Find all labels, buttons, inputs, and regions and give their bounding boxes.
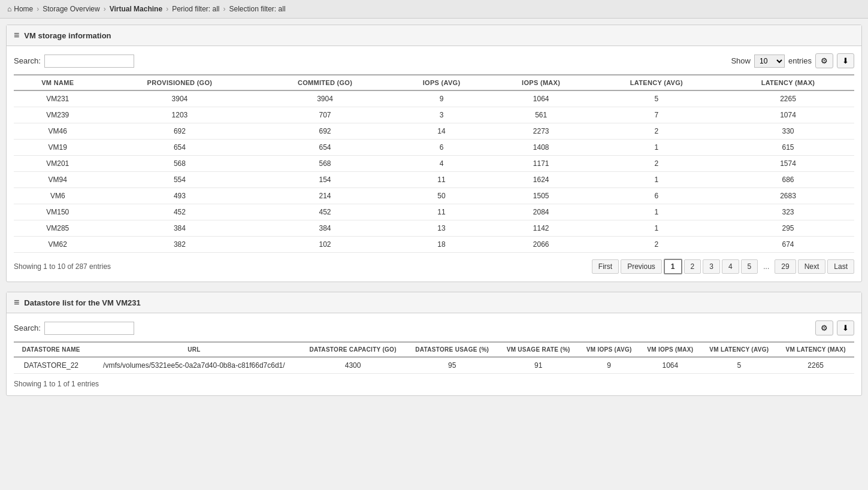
table-cell: 384 <box>102 220 258 237</box>
page-first-btn[interactable]: First <box>592 259 619 274</box>
table-cell: 1 <box>591 172 722 188</box>
table-cell: 330 <box>722 123 854 140</box>
table-cell: 50 <box>392 188 491 204</box>
vm-pagination-buttons: First Previous 1 2 3 4 5 ... 29 Next Las… <box>592 259 854 274</box>
vm-search-input[interactable] <box>44 55 134 68</box>
col-ds-capacity: DATASTORE CAPACITY (Go) <box>300 342 406 357</box>
col-ds-url: URL <box>89 342 300 357</box>
ds-search-group: Search: <box>14 322 134 335</box>
table-cell: 7 <box>591 107 722 123</box>
table-cell: 1 <box>591 220 722 237</box>
col-vm-latency-max: VM LATENCY (MAX) <box>777 342 854 357</box>
page-29-btn[interactable]: 29 <box>775 259 796 274</box>
datastore-panel: ≡ Datastore list for the VM VM231 Search… <box>6 292 862 396</box>
table-cell: 102 <box>258 237 392 253</box>
table-cell: VM201 <box>14 156 102 172</box>
table-cell: 568 <box>102 156 258 172</box>
page-2-btn[interactable]: 2 <box>684 259 701 274</box>
ds-search-input[interactable] <box>44 322 134 335</box>
table-cell: 91 <box>498 357 579 374</box>
table-row: VM649321450150562683 <box>14 188 854 204</box>
table-cell: 3904 <box>102 90 258 107</box>
table-cell: 382 <box>102 237 258 253</box>
table-cell: 14 <box>392 123 491 140</box>
table-cell: 1624 <box>491 172 591 188</box>
table-row: VM623821021820662674 <box>14 237 854 253</box>
table-cell: 3904 <box>258 90 392 107</box>
breadcrumb-item-selection[interactable]: Selection filter: all <box>229 5 286 13</box>
table-icon: ≡ <box>14 30 19 41</box>
vm-pagination: Showing 1 to 10 of 287 entries First Pre… <box>14 259 854 274</box>
vm-pagination-info: Showing 1 to 10 of 287 entries <box>14 262 111 271</box>
breadcrumb-item-period[interactable]: Period filter: all <box>172 5 219 13</box>
table-row: VM231390439049106452265 <box>14 90 854 107</box>
table-cell: 2265 <box>777 357 854 374</box>
vm-gear-button[interactable]: ⚙ <box>815 53 833 68</box>
ds-table-icon: ≡ <box>14 297 19 308</box>
breadcrumb-item-storage[interactable]: Storage Overview <box>43 5 99 13</box>
col-vm-usage-rate: VM USAGE RATE (%) <box>498 342 579 357</box>
page-4-btn[interactable]: 4 <box>722 259 739 274</box>
col-iops-max: IOPS (max) <box>491 75 591 90</box>
table-cell: VM94 <box>14 172 102 188</box>
table-cell: 11 <box>392 204 491 220</box>
vm-storage-panel: ≡ VM storage information Search: Show 10… <box>6 25 862 282</box>
table-cell: 5 <box>701 357 777 374</box>
table-cell: 384 <box>258 220 392 237</box>
ds-download-button[interactable]: ⬇ <box>837 320 854 335</box>
datastore-body: Search: ⚙ ⬇ DATASTORE NAME URL DATASTORE… <box>7 313 861 395</box>
page-next-btn[interactable]: Next <box>798 259 826 274</box>
table-cell: 1 <box>591 204 722 220</box>
col-ds-usage: DATASTORE USAGE (%) <box>406 342 498 357</box>
entries-suffix: entries <box>788 56 812 65</box>
table-cell: VM285 <box>14 220 102 237</box>
ds-gear-button[interactable]: ⚙ <box>815 320 833 335</box>
table-cell: VM62 <box>14 237 102 253</box>
breadcrumb-item-home[interactable]: Home <box>14 5 33 13</box>
table-cell: 1574 <box>722 156 854 172</box>
table-cell: 692 <box>102 123 258 140</box>
col-iops-avg: IOPS (avg) <box>392 75 491 90</box>
vm-controls-right: Show 10 25 50 100 entries ⚙ ⬇ <box>731 53 854 68</box>
table-cell: 674 <box>722 237 854 253</box>
datastore-title: Datastore list for the VM VM231 <box>24 298 140 307</box>
table-cell: 692 <box>258 123 392 140</box>
table-cell: 1408 <box>491 140 591 156</box>
table-row: VM2391203707356171074 <box>14 107 854 123</box>
home-icon <box>7 5 11 13</box>
breadcrumb-item-vm[interactable]: Virtual Machine <box>110 5 162 13</box>
page-5-btn[interactable]: 5 <box>741 259 758 274</box>
table-cell: 5 <box>591 90 722 107</box>
table-cell: 9 <box>579 357 639 374</box>
table-cell: 686 <box>722 172 854 188</box>
table-cell: 2 <box>591 237 722 253</box>
ds-table-header-row: DATASTORE NAME URL DATASTORE CAPACITY (G… <box>14 342 854 357</box>
table-cell: 1 <box>591 140 722 156</box>
table-cell: 4300 <box>300 357 406 374</box>
page-3-btn[interactable]: 3 <box>703 259 720 274</box>
page-last-btn[interactable]: Last <box>827 259 854 274</box>
table-cell: VM19 <box>14 140 102 156</box>
table-cell: 9 <box>392 90 491 107</box>
table-cell: 654 <box>258 140 392 156</box>
page-1-btn[interactable]: 1 <box>664 259 682 274</box>
col-latency-avg: LATENCY (avg) <box>591 75 722 90</box>
table-row: VM19654654614081615 <box>14 140 854 156</box>
vm-download-button[interactable]: ⬇ <box>837 53 854 68</box>
page-ellipsis: ... <box>760 260 773 273</box>
table-cell: 154 <box>258 172 392 188</box>
table-cell: 2084 <box>491 204 591 220</box>
table-cell: 95 <box>406 357 498 374</box>
vm-show-entries: Show 10 25 50 100 entries <box>731 55 812 68</box>
table-cell: 4 <box>392 156 491 172</box>
table-cell: DATASTORE_22 <box>14 357 89 374</box>
ds-controls-right: ⚙ ⬇ <box>815 320 854 335</box>
table-row: VM945541541116241686 <box>14 172 854 188</box>
breadcrumb: Home › Storage Overview › Virtual Machin… <box>0 0 868 19</box>
page-previous-btn[interactable]: Previous <box>621 259 662 274</box>
table-cell: VM239 <box>14 107 102 123</box>
vm-search-label: Search: <box>14 56 41 65</box>
table-cell: 452 <box>102 204 258 220</box>
table-cell: 1203 <box>102 107 258 123</box>
vm-entries-select[interactable]: 10 25 50 100 <box>754 55 785 68</box>
